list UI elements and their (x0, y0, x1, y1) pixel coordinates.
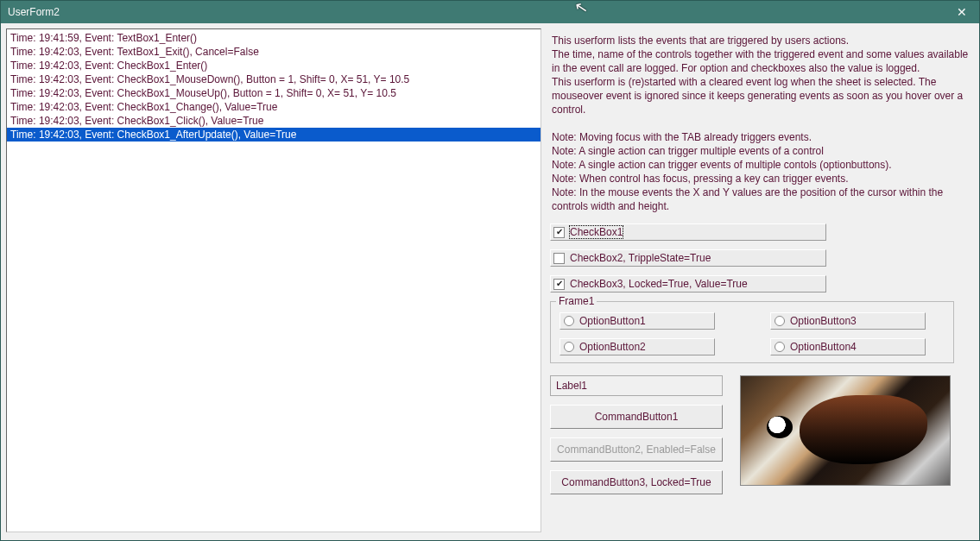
info-note: Note: A single action can trigger multip… (552, 144, 972, 158)
frame1: Frame1 OptionButton1 OptionButton3 Op (550, 301, 954, 363)
userform-window: UserForm2 ✕ ↖ Time: 19:41:59, Event: Tex… (0, 0, 980, 541)
info-note: Note: A single action can trigger events… (552, 158, 972, 172)
controls-area: CheckBox1 CheckBox2, TrippleState=True C… (550, 223, 974, 494)
radio-icon (564, 342, 574, 352)
log-item[interactable]: Time: 19:42:03, Event: TextBox1_Exit(), … (7, 45, 541, 59)
button-label: CommandButton1 (595, 411, 679, 423)
label1-text: Label1 (556, 380, 587, 392)
optionbutton1[interactable]: OptionButton1 (560, 312, 715, 330)
info-line: The time, name of the controls together … (552, 47, 972, 75)
info-note: Note: When control has focus, pressing a… (552, 172, 972, 186)
log-item[interactable]: Time: 19:42:03, Event: CheckBox1_Enter() (7, 59, 541, 72)
commandbutton3[interactable]: CommandButton3, Locked=True (550, 470, 723, 494)
checkbox1[interactable]: CheckBox1 (550, 223, 826, 241)
log-item[interactable]: Time: 19:42:03, Event: CheckBox1_MouseUp… (7, 86, 541, 100)
close-icon[interactable]: ✕ (945, 1, 979, 23)
log-item[interactable]: Time: 19:42:03, Event: CheckBox1_MouseDo… (7, 72, 541, 86)
option-label: OptionButton4 (790, 341, 857, 353)
log-item[interactable]: Time: 19:42:03, Event: CheckBox1_AfterUp… (7, 128, 541, 142)
info-note: Note: Moving focus with the TAB already … (552, 130, 972, 144)
client-area: Time: 19:41:59, Event: TextBox1_Enter()T… (1, 23, 979, 540)
optionbutton4[interactable]: OptionButton4 (770, 338, 926, 355)
right-panel: This userform lists the events that are … (550, 28, 974, 535)
option-label: OptionButton1 (579, 315, 646, 327)
radio-icon (775, 316, 785, 326)
window-title: UserForm2 (8, 6, 945, 18)
image-control[interactable] (740, 375, 951, 486)
titlebar[interactable]: UserForm2 ✕ (1, 1, 979, 23)
log-item[interactable]: Time: 19:42:03, Event: CheckBox1_Change(… (7, 100, 541, 114)
checkbox3[interactable]: CheckBox3, Locked=True, Value=True (550, 275, 826, 293)
commandbutton2: CommandButton2, Enabled=False (550, 437, 723, 462)
label1: Label1 (550, 375, 723, 396)
option-label: OptionButton2 (579, 341, 646, 353)
frame-legend: Frame1 (556, 295, 597, 307)
checkbox-icon (553, 253, 565, 264)
button-label: CommandButton2, Enabled=False (557, 443, 716, 456)
checkbox2[interactable]: CheckBox2, TrippleState=True (550, 249, 826, 267)
info-note: Note: In the mouse events the X and Y va… (552, 186, 972, 213)
event-log-listbox[interactable]: Time: 19:41:59, Event: TextBox1_Enter()T… (6, 28, 541, 532)
button-label: CommandButton3, Locked=True (561, 476, 711, 488)
checkbox-label: CheckBox3, Locked=True, Value=True (570, 278, 748, 290)
checkbox-label: CheckBox2, TrippleState=True (570, 252, 711, 264)
optionbutton3[interactable]: OptionButton3 (770, 312, 926, 330)
info-line: This userform is (re)started with a clea… (552, 75, 972, 116)
commandbutton1[interactable]: CommandButton1 (550, 405, 723, 429)
info-line: This userform lists the events that are … (552, 34, 972, 47)
log-item[interactable]: Time: 19:42:03, Event: CheckBox1_Click()… (7, 114, 541, 128)
radio-icon (564, 316, 574, 326)
checkbox-icon (553, 227, 565, 238)
info-text: This userform lists the events that are … (550, 28, 974, 218)
log-item[interactable]: Time: 19:41:59, Event: TextBox1_Enter() (7, 31, 541, 45)
checkbox-label: CheckBox1 (570, 226, 623, 238)
option-label: OptionButton3 (790, 315, 857, 327)
checkbox-icon (553, 279, 565, 290)
radio-icon (775, 342, 785, 352)
optionbutton2[interactable]: OptionButton2 (560, 338, 715, 355)
